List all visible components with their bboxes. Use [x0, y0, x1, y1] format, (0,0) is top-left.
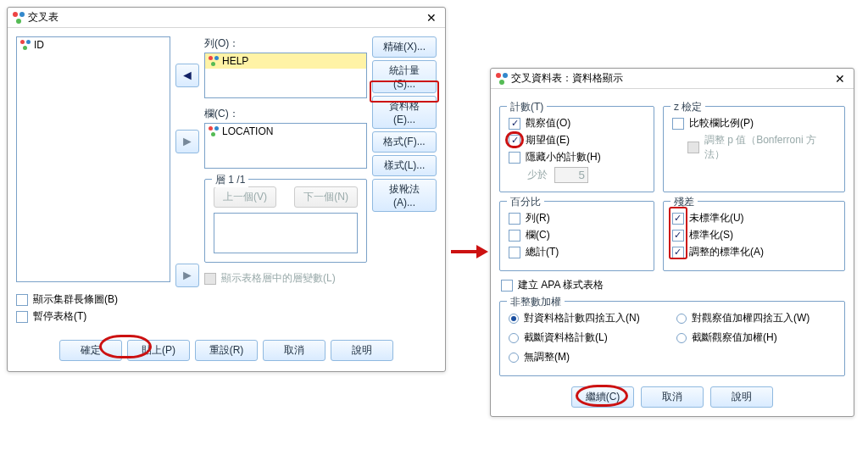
- counts-legend: 計數(T): [507, 100, 547, 114]
- pct-total-checkbox[interactable]: 總計(T): [509, 245, 645, 259]
- layer-list[interactable]: [214, 213, 358, 253]
- percent-legend: 百分比: [507, 195, 544, 209]
- list-item[interactable]: LOCATION: [205, 124, 366, 139]
- close-icon[interactable]: ✕: [832, 72, 849, 86]
- resid-unstd-checkbox[interactable]: ✓未標準化(U): [672, 211, 836, 225]
- expected-checkbox[interactable]: ✓期望值(E): [509, 133, 645, 147]
- less-than-input: [554, 167, 588, 183]
- resid-std-checkbox[interactable]: ✓標準化(S): [672, 228, 836, 242]
- paste-button[interactable]: 貼上(P): [127, 340, 190, 361]
- list-item[interactable]: ID: [17, 37, 170, 53]
- side-button-boot[interactable]: 拔靴法(A)...: [372, 179, 437, 212]
- help-button[interactable]: 說明: [710, 386, 773, 408]
- nonint-none-radio[interactable]: 無調整(M): [509, 350, 668, 364]
- var-icon: [209, 126, 219, 136]
- nonint-trunc-cell-radio[interactable]: 截斷資料格計數(L): [509, 330, 668, 345]
- dialog-title: 交叉表: [28, 10, 58, 25]
- less-than-label: 少於: [527, 168, 548, 182]
- help-button[interactable]: 說明: [331, 340, 393, 361]
- pct-row-checkbox[interactable]: 列(R): [509, 211, 645, 225]
- dialog-title: 交叉資料表：資料格顯示: [511, 71, 623, 86]
- hide-small-checkbox[interactable]: 隱藏小的計數(H): [509, 150, 645, 164]
- side-button-exact[interactable]: 精確(X)...: [372, 36, 437, 58]
- side-button-style[interactable]: 樣式(L)...: [372, 155, 437, 176]
- col-label: 列(O)：: [204, 36, 367, 51]
- var-icon: [209, 56, 219, 66]
- next-layer-button[interactable]: 下一個(N): [294, 186, 358, 208]
- show-cluster-checkbox[interactable]: 顯示集群長條圖(B): [16, 292, 170, 307]
- side-button-cells[interactable]: 資料格(E)...: [372, 96, 437, 129]
- app-icon: [13, 12, 25, 24]
- move-to-layer-button[interactable]: ►: [175, 264, 199, 287]
- compare-checkbox[interactable]: 比較欄比例(P): [672, 116, 836, 131]
- pct-col-checkbox[interactable]: 欄(C): [509, 228, 645, 242]
- nonint-round-weight-radio[interactable]: 對觀察值加權四捨五入(W): [676, 311, 836, 325]
- var-icon: [20, 40, 31, 50]
- suppress-tables-checkbox[interactable]: 暫停表格(T): [16, 309, 170, 324]
- close-icon[interactable]: ✕: [423, 11, 440, 25]
- adjustp-checkbox: 調整 p 值（Bonferroni 方法）: [687, 133, 836, 162]
- move-to-col-button[interactable]: ◄: [175, 64, 199, 87]
- arrow-icon: [451, 248, 485, 255]
- variables-list[interactable]: ID: [16, 36, 170, 282]
- ztest-legend: z 檢定: [670, 100, 705, 114]
- nonint-trunc-weight-radio[interactable]: 截斷觀察值加權(H): [676, 330, 836, 345]
- resid-legend: 殘差: [670, 195, 698, 209]
- observed-checkbox[interactable]: ✓觀察值(O): [509, 116, 645, 131]
- side-button-format[interactable]: 格式(F)...: [372, 131, 437, 153]
- show-layers-cb: 顯示表格層中的層變數(L): [204, 271, 367, 286]
- side-button-stats[interactable]: 統計量(S)...: [372, 60, 437, 93]
- nonint-round-cell-radio[interactable]: 對資料格計數四捨五入(N): [509, 311, 668, 325]
- app-icon: [496, 73, 508, 85]
- ok-button[interactable]: 確定: [59, 340, 122, 361]
- row-label: 欄(C)：: [204, 107, 367, 121]
- nonint-legend: 非整數加權: [507, 295, 565, 309]
- cancel-button[interactable]: 取消: [263, 340, 326, 361]
- continue-button[interactable]: 繼續(C): [571, 386, 634, 408]
- row-list[interactable]: LOCATION: [204, 123, 367, 169]
- apa-checkbox[interactable]: 建立 APA 樣式表格: [501, 278, 845, 292]
- reset-button[interactable]: 重設(R): [195, 340, 258, 361]
- cancel-button[interactable]: 取消: [641, 386, 704, 408]
- list-item[interactable]: HELP: [205, 53, 366, 69]
- resid-adjstd-checkbox[interactable]: ✓調整的標準化(A): [672, 245, 836, 259]
- prev-layer-button[interactable]: 上一個(V): [214, 186, 276, 208]
- layer-legend: 層 1 /1: [212, 173, 248, 187]
- col-list[interactable]: HELP: [204, 53, 367, 98]
- move-to-row-button[interactable]: ►: [175, 130, 199, 153]
